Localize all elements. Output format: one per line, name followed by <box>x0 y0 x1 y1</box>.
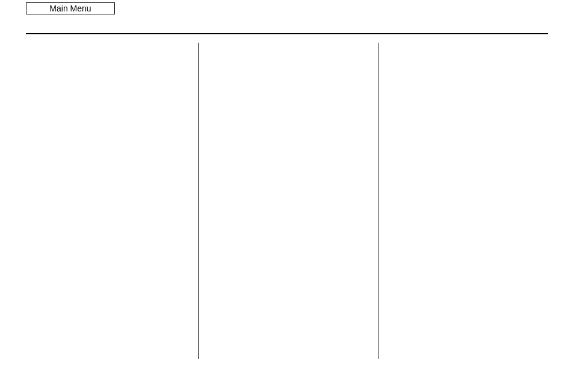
main-menu-button[interactable]: Main Menu <box>26 2 115 14</box>
vertical-divider-right <box>378 43 378 359</box>
vertical-divider-left <box>198 43 199 359</box>
horizontal-divider <box>26 33 548 34</box>
